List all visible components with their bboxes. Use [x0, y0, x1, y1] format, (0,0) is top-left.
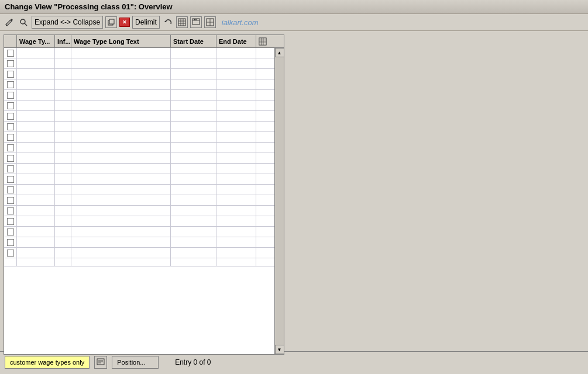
- row-checkbox[interactable]: [7, 71, 14, 78]
- cell-longtext: [71, 132, 171, 142]
- svg-rect-12: [194, 19, 195, 20]
- scroll-down-btn[interactable]: ▼: [275, 345, 284, 354]
- pencil-icon[interactable]: [4, 16, 15, 28]
- row-checkbox[interactable]: [7, 113, 14, 120]
- row-checkbox[interactable]: [7, 250, 14, 257]
- copy-icon[interactable]: [105, 16, 117, 28]
- cell-inf: [55, 185, 71, 195]
- svg-rect-17: [259, 37, 266, 44]
- row-checkbox[interactable]: [7, 165, 14, 172]
- cell-enddate: [216, 122, 256, 131]
- vertical-scrollbar[interactable]: ▲ ▼: [274, 48, 284, 354]
- scroll-track[interactable]: [275, 57, 284, 345]
- cell-inf: [55, 90, 71, 100]
- row-checkbox[interactable]: [7, 50, 14, 57]
- table-row: [4, 206, 274, 216]
- cell-inf: [55, 174, 71, 184]
- row-checkbox[interactable]: [7, 197, 14, 204]
- table-row: [4, 48, 274, 58]
- cell-wagety: [17, 185, 55, 195]
- cell-startdate: [171, 79, 216, 89]
- row-checkbox[interactable]: [7, 207, 14, 214]
- layout-icon[interactable]: [204, 16, 216, 28]
- delete-icon[interactable]: ✕: [119, 18, 130, 27]
- cell-wagety: [17, 69, 55, 79]
- cell-wagety: [17, 90, 55, 100]
- cell-longtext: [71, 143, 171, 153]
- row-checkbox[interactable]: [7, 60, 14, 67]
- cell-startdate: [171, 111, 216, 121]
- cell-enddate: [216, 132, 256, 142]
- table-row: [4, 195, 274, 206]
- row-checkbox[interactable]: [7, 186, 14, 193]
- table-row: [4, 79, 274, 90]
- cell-enddate: [216, 227, 256, 237]
- cell-inf: [55, 237, 71, 247]
- row-checkbox[interactable]: [7, 123, 14, 130]
- cell-startdate: [171, 174, 216, 184]
- cell-startdate: [171, 195, 216, 205]
- table-icon[interactable]: [176, 16, 188, 28]
- cell-startdate: [171, 143, 216, 153]
- table-row: [4, 58, 274, 69]
- table-row: [4, 122, 274, 132]
- delimit-btn[interactable]: Delimit: [132, 16, 160, 29]
- row-checkbox[interactable]: [7, 102, 14, 109]
- cell-longtext: [71, 164, 171, 174]
- position-btn[interactable]: Position...: [112, 356, 159, 369]
- scroll-up-btn[interactable]: ▲: [275, 48, 284, 57]
- table-row: [4, 101, 274, 111]
- cell-inf: [55, 164, 71, 174]
- row-checkbox[interactable]: [7, 228, 14, 236]
- cell-startdate: [171, 90, 216, 100]
- page-title: Change View "Processing class 01": Overv…: [5, 2, 173, 11]
- cell-inf: [55, 132, 71, 142]
- cell-startdate: [171, 58, 216, 68]
- cell-enddate: [216, 248, 256, 258]
- title-bar: Change View "Processing class 01": Overv…: [0, 0, 588, 14]
- cell-longtext: [71, 206, 171, 216]
- table-body: [4, 48, 274, 354]
- cell-startdate: [171, 185, 216, 195]
- cell-enddate: [216, 174, 256, 184]
- cell-wagety: [17, 153, 55, 163]
- table-row: [4, 143, 274, 153]
- table-header: Wage Ty... Inf... Wage Type Long Text St…: [4, 35, 284, 48]
- search-icon[interactable]: [18, 16, 29, 28]
- table-row: [4, 185, 274, 195]
- cell-wagety: [17, 237, 55, 247]
- row-checkbox[interactable]: [7, 176, 14, 183]
- position-icon-btn[interactable]: [94, 356, 107, 369]
- row-checkbox[interactable]: [7, 239, 14, 246]
- cell-startdate: [171, 122, 216, 131]
- row-checkbox[interactable]: [7, 155, 14, 162]
- cell-enddate: [216, 195, 256, 205]
- cell-enddate: [216, 143, 256, 153]
- undo-icon[interactable]: [162, 16, 174, 28]
- customer-wage-types-btn[interactable]: customer wage types only: [5, 356, 90, 369]
- cell-longtext: [71, 185, 171, 195]
- table-row: [4, 111, 274, 122]
- table-row: [4, 258, 274, 266]
- col-header-icon[interactable]: [256, 35, 269, 47]
- expand-collapse-btn[interactable]: Expand <-> Collapse: [32, 16, 103, 29]
- col-header-longtext: Wage Type Long Text: [71, 35, 171, 47]
- table-row: [4, 174, 274, 185]
- row-checkbox[interactable]: [7, 92, 14, 99]
- table-row: [4, 90, 274, 101]
- cell-longtext: [71, 122, 171, 131]
- col-header-startdate: Start Date: [171, 35, 216, 47]
- cell-wagety: [17, 132, 55, 142]
- row-checkbox[interactable]: [7, 144, 14, 151]
- cell-enddate: [216, 69, 256, 79]
- settings-icon[interactable]: [190, 16, 202, 28]
- row-checkbox[interactable]: [7, 81, 14, 88]
- cell-wagety: [17, 58, 55, 68]
- cell-enddate: [216, 90, 256, 100]
- cell-longtext: [71, 248, 171, 258]
- row-checkbox[interactable]: [7, 134, 14, 141]
- row-checkbox[interactable]: [7, 218, 14, 225]
- table-row: [4, 69, 274, 79]
- entry-count: Entry 0 of 0: [175, 358, 211, 366]
- cell-enddate: [216, 48, 256, 58]
